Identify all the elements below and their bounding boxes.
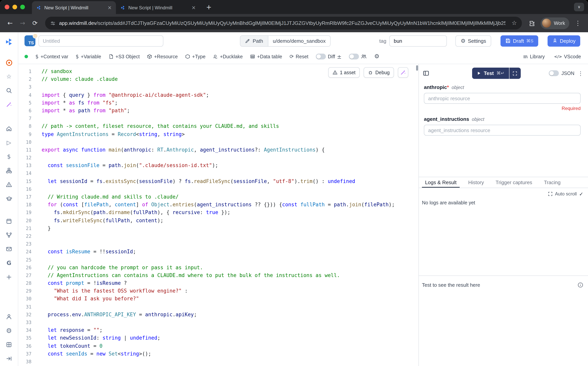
settings-button[interactable]: ⚙ Settings [455, 35, 491, 46]
ai-assist-wand-button[interactable] [398, 67, 408, 78]
search-icon[interactable] [5, 86, 13, 95]
draft-shortcut: ⌘S [526, 38, 533, 43]
add-resource-button[interactable]: +Resource [147, 54, 178, 59]
site-settings-icon[interactable] [50, 20, 56, 26]
browser-profile-chip[interactable]: Work [541, 17, 569, 29]
forward-icon[interactable]: → [17, 18, 28, 29]
user-icon[interactable] [5, 312, 13, 321]
close-window-button[interactable] [5, 5, 9, 9]
add-variable-button[interactable]: $+Variable [76, 54, 101, 59]
panel-toolbar: Test ⌘↵ JSON ⋮ [419, 64, 588, 79]
add-context-var-button[interactable]: $+Context var [35, 54, 68, 59]
bookmark-star-icon[interactable]: ☆ [509, 20, 519, 26]
settings-gear-icon[interactable]: ⚙ [5, 326, 13, 335]
dollar-icon: $ [35, 54, 39, 59]
pencil-icon [245, 38, 250, 43]
summary-input[interactable] [39, 35, 163, 46]
hub-icon[interactable] [5, 58, 13, 67]
add-s3-object-button[interactable]: +S3 Object [109, 54, 140, 59]
reload-icon[interactable]: ⟳ [30, 18, 40, 29]
diff-plus-minus-icon[interactable]: ± [337, 54, 341, 59]
address-bar[interactable]: app.windmill.dev/scripts/add#JTdCJTIyaGF… [45, 17, 522, 30]
debug-button[interactable]: Debug [364, 67, 394, 78]
resources-icon[interactable] [5, 166, 13, 175]
triggers-alert-icon[interactable] [5, 180, 13, 189]
path-control[interactable]: Path u/demo/demo_sandbox [240, 35, 331, 46]
diff-toggle[interactable] [316, 54, 326, 60]
variables-dollar-icon[interactable]: $ [5, 152, 13, 161]
schedules-calendar-icon[interactable] [5, 217, 13, 225]
google-g-icon[interactable]: G [5, 259, 13, 267]
tab-search-button[interactable]: ∨ [574, 3, 584, 11]
window-controls [5, 5, 25, 9]
path-edit-button[interactable]: Path [240, 36, 268, 46]
library-button[interactable]: Library [523, 54, 545, 59]
tag-input[interactable] [390, 35, 447, 46]
tag-label: tag [379, 38, 386, 44]
tab-logs-result[interactable]: Logs & Result [422, 177, 460, 188]
vscode-button[interactable]: </>VScode [554, 54, 581, 59]
draft-button[interactable]: Draft ⌘S [501, 35, 538, 46]
tab-history[interactable]: History [465, 177, 487, 188]
runs-play-icon[interactable]: ▷ [5, 138, 13, 147]
type-cube-icon [185, 54, 190, 59]
script-header: TS Path u/demo/demo_sandbox tag ⚙ Settin… [18, 32, 588, 49]
close-tab-icon[interactable]: × [107, 4, 113, 11]
info-icon[interactable] [578, 282, 583, 288]
editor-scrollbar-thumb[interactable] [416, 65, 418, 71]
tab-tracing[interactable]: Tracing [541, 177, 564, 188]
add-s3-object-label: +S3 Object [116, 54, 140, 59]
status-dot [24, 55, 28, 58]
sidebar-bottom-group: ⚙ [5, 312, 13, 363]
multiplayer-toggle[interactable] [349, 54, 359, 60]
json-toggle-group: JSON ⋮ [549, 70, 583, 76]
browser-tab-inactive[interactable]: New Script | Windmill × [116, 1, 200, 14]
tab-title: New Script | Windmill [44, 5, 104, 10]
library-label: Library [530, 54, 545, 59]
extensions-puzzle-icon[interactable] [526, 18, 537, 29]
add-ducklake-label: +Ducklake [220, 54, 243, 59]
test-button[interactable]: Test ⌘↵ [472, 68, 509, 79]
anthropic-resource-input[interactable] [424, 93, 581, 104]
zoom-window-button[interactable] [20, 5, 25, 9]
apps-grid-icon[interactable] [5, 340, 13, 349]
tutorials-graduation-icon[interactable] [5, 194, 13, 203]
tab-trigger-captures[interactable]: Trigger captures [493, 177, 535, 188]
close-tab-icon[interactable]: × [191, 4, 197, 11]
field-type: object [472, 117, 484, 122]
add-plus-icon[interactable]: + [5, 273, 13, 281]
add-type-button[interactable]: +Type [185, 54, 205, 59]
auto-scroll-checkbox[interactable]: ✓ [579, 191, 583, 196]
new-tab-button[interactable]: + [204, 2, 214, 12]
debug-button-label: Debug [375, 70, 390, 75]
code-editor[interactable]: 1234567891011121314151617181920212223242… [18, 64, 418, 366]
vscode-label: VScode [564, 54, 581, 59]
collapse-arrow-icon[interactable] [5, 354, 13, 363]
panel-menu-kebab-icon[interactable]: ⋮ [578, 70, 583, 76]
agent-instructions-resource-input[interactable] [424, 125, 581, 136]
ai-wand-icon[interactable] [5, 100, 13, 109]
language-badge-typescript[interactable]: TS [24, 35, 35, 46]
mail-icon[interactable] [5, 245, 13, 253]
browser-tab-active[interactable]: New Script | Windmill × [32, 1, 116, 14]
reset-button[interactable]: ⟳Reset [290, 54, 308, 59]
deploy-button[interactable]: Deploy [547, 35, 580, 46]
assets-button[interactable]: 1 asset [328, 67, 360, 78]
panel-collapse-icon[interactable] [423, 70, 429, 76]
windmill-logo[interactable] [4, 37, 14, 47]
code-lines[interactable]: // sandbox// volume: claude .claude impo… [42, 64, 415, 366]
browser-menu-kebab-icon[interactable]: ⋮ [572, 18, 583, 29]
test-fullscreen-button[interactable] [510, 68, 521, 79]
favorites-star-icon[interactable]: ☆ [5, 72, 13, 81]
home-icon[interactable] [5, 124, 13, 133]
json-toggle[interactable] [549, 70, 559, 76]
vscode-icon: </> [554, 55, 562, 59]
minimize-window-button[interactable] [12, 5, 17, 9]
app-sidebar: ☆ ▷ $ G + ⚙ [0, 32, 18, 366]
editor-settings-gear-icon[interactable]: ⚙ [374, 54, 380, 60]
back-icon[interactable]: ← [5, 18, 16, 29]
flows-branch-icon[interactable] [5, 231, 13, 239]
path-value[interactable]: u/demo/demo_sandbox [268, 36, 330, 46]
add-ducklake-button[interactable]: +Ducklake [213, 54, 243, 59]
add-data-table-button[interactable]: +Data table [250, 54, 282, 59]
